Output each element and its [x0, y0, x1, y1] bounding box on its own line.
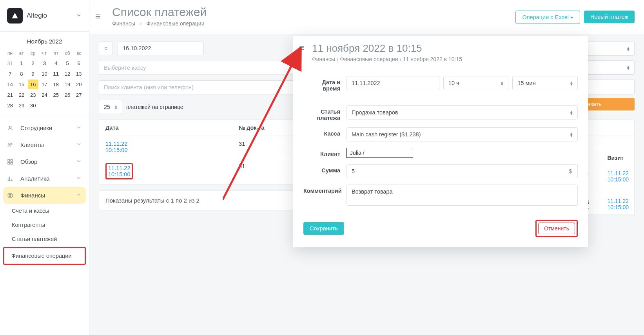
calendar-dow: чт: [39, 49, 50, 58]
dollar-icon: [7, 192, 16, 199]
svg-rect-3: [8, 159, 10, 161]
svg-rect-4: [11, 159, 13, 161]
col-date: Дата: [99, 120, 232, 136]
modal-comment-textarea[interactable]: Возврат товара: [346, 185, 578, 206]
calendar-day[interactable]: 8: [16, 69, 27, 79]
calendar-prev[interactable]: [5, 37, 8, 45]
calendar-day[interactable]: 24: [39, 90, 50, 100]
calendar-day[interactable]: 16: [28, 80, 38, 89]
calendar-day[interactable]: 11: [51, 69, 61, 79]
new-payment-button[interactable]: Новый платеж: [584, 11, 635, 23]
calendar-day[interactable]: 7: [5, 69, 15, 79]
chevron-down-icon: [76, 124, 82, 132]
chevron-down-icon: [76, 175, 82, 182]
calendar-day[interactable]: 27: [74, 90, 84, 100]
chevron-down-icon: [76, 141, 82, 148]
calendar-day[interactable]: 17: [39, 80, 50, 89]
payment-modal: 11 ноября 2022 в 10:15 Финансы › Финансо…: [293, 36, 588, 247]
calendar-day[interactable]: 20: [74, 80, 84, 89]
calendar-day[interactable]: 31: [5, 58, 15, 68]
svg-rect-6: [11, 162, 13, 164]
nav-item-finance[interactable]: Финансы: [3, 187, 86, 204]
visit-link[interactable]: 11.11.2210:15:00: [603, 194, 634, 215]
calendar-day[interactable]: 3: [39, 58, 50, 68]
sidebar: Altegio Ноябрь 2022 пнвтсрчтптсбвс311234…: [0, 0, 89, 335]
chevron-down-icon: [76, 12, 82, 20]
brand-switcher[interactable]: Altegio: [0, 0, 89, 32]
chevron-down-icon: [76, 158, 82, 165]
breadcrumb: Финансы › Финансовые операции: [112, 20, 207, 27]
calendar-day[interactable]: 5: [62, 58, 73, 68]
col-visit: Визит: [603, 151, 634, 165]
calendar-day[interactable]: 2: [28, 58, 38, 68]
calendar-day[interactable]: 23: [28, 90, 38, 100]
cancel-highlight: Отменить: [535, 220, 578, 237]
calendar-day[interactable]: 28: [5, 101, 15, 110]
nav-sub-contractors[interactable]: Контрагенты: [0, 218, 89, 232]
date-from-input[interactable]: 16.10.2022: [118, 41, 204, 55]
calendar-day[interactable]: 10: [39, 69, 50, 79]
modal-hour-select[interactable]: 10 ч▴▾: [443, 76, 509, 90]
payment-date-link[interactable]: 11.11.2210:15:00: [105, 141, 127, 153]
topbar: Список платежей Финансы › Финансовые опе…: [89, 0, 644, 34]
calendar-day[interactable]: 6: [74, 58, 84, 68]
modal-date-input[interactable]: 11.11.2022: [346, 76, 439, 90]
label-comment: Комментарий: [303, 185, 346, 194]
nav-sub-accounts[interactable]: Счета и кассы: [0, 204, 89, 218]
nav-label: Финансы: [20, 192, 45, 199]
calendar-day[interactable]: 29: [16, 101, 27, 110]
label-article: Статья платежа: [303, 105, 346, 121]
modal-minute-select[interactable]: 15 мин▴▾: [512, 76, 578, 90]
calendar-day[interactable]: 22: [16, 90, 27, 100]
nav-sub-finops[interactable]: Финансовые операции: [3, 247, 86, 265]
nav-label: Обзор: [20, 158, 37, 165]
calendar-day[interactable]: 15: [16, 80, 27, 89]
calendar-day[interactable]: 18: [51, 80, 61, 89]
calendar-day[interactable]: 25: [51, 90, 61, 100]
calendar-day[interactable]: 9: [28, 69, 38, 79]
modal-sum-input[interactable]: 5: [346, 164, 563, 178]
calendar-day[interactable]: 13: [74, 69, 84, 79]
breadcrumb-1[interactable]: Финансы: [112, 20, 135, 27]
label-datetime: Дата и время: [303, 76, 346, 92]
modal-menu-icon[interactable]: [299, 45, 305, 62]
nav-label: Аналитика: [20, 175, 49, 182]
main-area: Список платежей Финансы › Финансовые опе…: [89, 0, 644, 335]
breadcrumb-sep: ›: [140, 20, 142, 27]
nav-item-analytics[interactable]: Аналитика: [0, 170, 89, 187]
calendar-month-title: Ноябрь 2022: [27, 38, 62, 45]
menu-toggle-icon[interactable]: [95, 13, 105, 21]
calendar-dow: вт: [16, 49, 27, 58]
label-sum: Сумма: [303, 164, 346, 174]
cancel-button[interactable]: Отменить: [538, 223, 575, 234]
calendar-day[interactable]: 19: [62, 80, 73, 89]
currency-suffix: $: [563, 164, 578, 178]
payment-date-link[interactable]: 11.11.2210:15:00: [105, 163, 133, 179]
svg-rect-5: [8, 162, 10, 164]
nav-item-employees[interactable]: Сотрудники: [0, 120, 89, 136]
user-icon: [7, 125, 16, 131]
calendar-day[interactable]: 4: [51, 58, 61, 68]
nav-sub-articles[interactable]: Статьи платежей: [0, 232, 89, 246]
svg-point-2: [11, 143, 12, 145]
calendar-day[interactable]: 14: [5, 80, 15, 89]
calendar-day[interactable]: 30: [28, 101, 38, 110]
excel-operations-button[interactable]: Операции с Excel: [515, 11, 580, 24]
nav-item-clients[interactable]: Клиенты: [0, 136, 89, 153]
chevron-up-icon: [76, 192, 82, 199]
calendar-day[interactable]: 26: [62, 90, 73, 100]
calendar-day[interactable]: 21: [5, 90, 15, 100]
page-size-select[interactable]: 25▴▾: [99, 100, 122, 114]
calendar-next[interactable]: [81, 37, 84, 45]
modal-article-select[interactable]: Продажа товаров▴▾: [346, 105, 578, 120]
modal-client-input[interactable]: Julia /: [346, 148, 413, 158]
nav-item-overview[interactable]: Обзор: [0, 153, 89, 170]
grid-icon: [7, 159, 16, 165]
save-button[interactable]: Сохранить: [303, 222, 344, 235]
calendar-widget: Ноябрь 2022 пнвтсрчтптсбвс31123456789101…: [0, 32, 89, 116]
calendar-day[interactable]: 12: [62, 69, 73, 79]
visit-link[interactable]: 11.11.2210:15:00: [603, 166, 634, 193]
breadcrumb-2: Финансовые операции: [146, 20, 204, 27]
calendar-day[interactable]: 1: [16, 58, 27, 68]
modal-cash-select[interactable]: Main cash register ($1 238)▴▾: [346, 127, 578, 141]
